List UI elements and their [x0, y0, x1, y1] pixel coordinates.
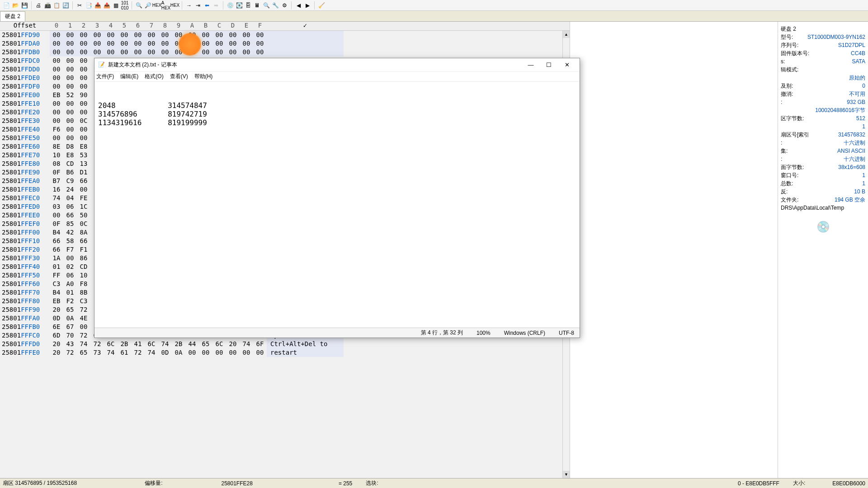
byte-cell[interactable]: 00: [185, 348, 199, 357]
byte-cell[interactable]: 13: [77, 160, 90, 168]
byte-cell[interactable]: 00: [158, 39, 172, 48]
tab-disk2[interactable]: 硬盘 2: [0, 11, 25, 21]
byte-cell[interactable]: B4: [50, 228, 63, 237]
byte-cell[interactable]: 00: [212, 48, 226, 56]
byte-cell[interactable]: F6: [50, 125, 63, 134]
byte-cell[interactable]: 0A: [63, 314, 77, 323]
byte-cell[interactable]: 06: [63, 202, 77, 211]
paste-icon[interactable]: 📥: [94, 1, 102, 9]
byte-cell[interactable]: 74: [158, 340, 172, 348]
byte-cell[interactable]: 72: [63, 348, 77, 357]
byte-cell[interactable]: 00: [63, 56, 77, 65]
scroll-up-icon[interactable]: ▲: [563, 31, 570, 38]
byte-cell[interactable]: 00: [253, 31, 267, 39]
byte-cell[interactable]: 0F: [50, 168, 63, 177]
byte-cell[interactable]: B7: [50, 177, 63, 185]
byte-cell[interactable]: 00: [50, 56, 63, 65]
tool2-icon[interactable]: ⚙: [280, 1, 288, 9]
print-icon[interactable]: 🖨: [34, 1, 42, 9]
byte-cell[interactable]: 72: [77, 331, 90, 340]
byte-cell[interactable]: 00: [77, 56, 90, 65]
byte-cell[interactable]: F1: [77, 245, 90, 254]
byte-cell[interactable]: 00: [50, 211, 63, 220]
byte-cell[interactable]: 00: [131, 39, 145, 48]
byte-cell[interactable]: 00: [240, 48, 253, 56]
byte-cell[interactable]: 00: [50, 134, 63, 142]
byte-cell[interactable]: 90: [77, 91, 90, 99]
byte-cell[interactable]: 00: [50, 31, 63, 39]
disk2-icon[interactable]: 💽: [235, 1, 243, 9]
hex-row[interactable]: 25801FFFD0204374726C2B416C742B44656C2074…: [0, 340, 562, 348]
byte-cell[interactable]: 41: [131, 340, 145, 348]
byte-cell[interactable]: 00: [77, 74, 90, 82]
byte-cell[interactable]: 20: [50, 348, 63, 357]
byte-cell[interactable]: 00: [131, 31, 145, 39]
byte-cell[interactable]: 02: [63, 263, 77, 271]
new-icon[interactable]: 📄: [2, 1, 10, 9]
byte-cell[interactable]: 72: [131, 348, 145, 357]
byte-cell[interactable]: 00: [50, 48, 63, 56]
maximize-button[interactable]: ☐: [540, 59, 558, 71]
byte-cell[interactable]: 2B: [172, 340, 185, 348]
byte-cell[interactable]: 00: [199, 39, 212, 48]
search-icon[interactable]: 🔍: [135, 1, 143, 9]
byte-cell[interactable]: A0: [63, 280, 77, 288]
byte-cell[interactable]: 00: [172, 31, 185, 39]
byte-cell[interactable]: 00: [145, 48, 158, 56]
byte-cell[interactable]: 00: [212, 348, 226, 357]
byte-cell[interactable]: 00: [104, 31, 118, 39]
print2-icon[interactable]: 📠: [43, 1, 52, 9]
byte-cell[interactable]: 0D: [158, 348, 172, 357]
byte-cell[interactable]: 00: [50, 82, 63, 91]
byte-cell[interactable]: 00: [50, 117, 63, 125]
byte-cell[interactable]: B6: [63, 168, 77, 177]
notepad-textarea[interactable]: 2048 314574847 314576896 819742719 11343…: [94, 82, 580, 328]
np-menu-item[interactable]: 查看(V): [170, 73, 188, 80]
byte-cell[interactable]: 24: [63, 185, 77, 194]
byte-cell[interactable]: 00: [131, 48, 145, 56]
byte-cell[interactable]: 00: [226, 48, 240, 56]
byte-cell[interactable]: 00: [104, 39, 118, 48]
byte-cell[interactable]: 00: [50, 39, 63, 48]
byte-cell[interactable]: FE: [77, 194, 90, 202]
byte-cell[interactable]: 74: [77, 340, 90, 348]
byte-cell[interactable]: C3: [77, 297, 90, 305]
byte-cell[interactable]: 08: [50, 160, 63, 168]
byte-cell[interactable]: 6E: [50, 323, 63, 331]
byte-cell[interactable]: 0C: [77, 117, 90, 125]
byte-cell[interactable]: 00: [50, 65, 63, 74]
byte-cell[interactable]: 00: [63, 82, 77, 91]
hex1-icon[interactable]: HEX: [153, 1, 161, 9]
byte-cell[interactable]: 06: [63, 271, 77, 280]
byte-cell[interactable]: 00: [63, 31, 77, 39]
byte-cell[interactable]: 6C: [212, 340, 226, 348]
byte-cell[interactable]: 65: [63, 305, 77, 314]
byte-cell[interactable]: 58: [63, 237, 77, 245]
byte-cell[interactable]: 86: [77, 254, 90, 263]
byte-cell[interactable]: 00: [240, 31, 253, 39]
byte-cell[interactable]: 00: [77, 185, 90, 194]
byte-cell[interactable]: D1: [77, 168, 90, 177]
byte-cell[interactable]: 00: [77, 48, 90, 56]
byte-cell[interactable]: CD: [77, 263, 90, 271]
calc-icon[interactable]: 🖩: [253, 1, 261, 9]
hex-row[interactable]: 25801FFDB0000000000000000000000000000000…: [0, 48, 562, 56]
np-menu-item[interactable]: 文件(F): [96, 73, 114, 80]
byte-cell[interactable]: 00: [50, 99, 63, 108]
byte-cell[interactable]: 00: [253, 48, 267, 56]
byte-cell[interactable]: 73: [90, 348, 104, 357]
byte-cell[interactable]: 00: [63, 39, 77, 48]
byte-cell[interactable]: 00: [90, 39, 104, 48]
byte-cell[interactable]: 10: [50, 151, 63, 160]
goto-end-icon[interactable]: ⇥: [194, 1, 202, 9]
byte-cell[interactable]: E8: [77, 142, 90, 151]
byte-cell[interactable]: 6C: [104, 340, 118, 348]
goto-icon[interactable]: →: [185, 1, 193, 9]
byte-cell[interactable]: B4: [50, 288, 63, 297]
byte-cell[interactable]: 0F: [50, 220, 63, 228]
tool1-icon[interactable]: 🔧: [271, 1, 279, 9]
scroll-down-icon[interactable]: ▼: [563, 471, 570, 478]
byte-cell[interactable]: 6D: [50, 331, 63, 340]
byte-cell[interactable]: 00: [118, 48, 131, 56]
byte-cell[interactable]: E8: [63, 151, 77, 160]
